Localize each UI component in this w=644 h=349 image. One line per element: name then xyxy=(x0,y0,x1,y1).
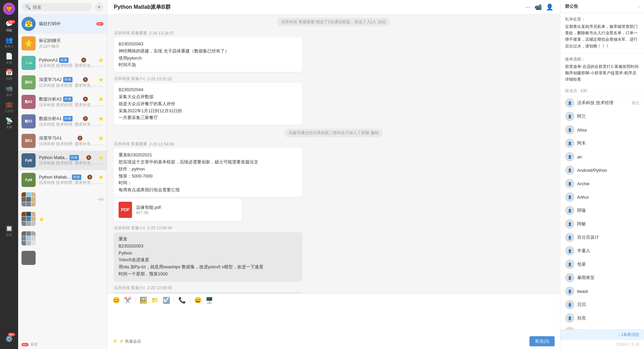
search-box[interactable]: 🔍 xyxy=(22,3,92,11)
quick-meeting-button[interactable]: ⚡ ⚡ 快速会议 xyxy=(113,339,141,344)
member-name-7: Arthur xyxy=(577,195,589,200)
member-item-0[interactable]: 👤 活禾科技 技术经理 群主 xyxy=(560,96,644,110)
chat-preview-python-matlab-b2: 活禾科技 技术经理: 需求补充…… 删削 xyxy=(39,180,103,186)
member-item-4[interactable]: 👤 an xyxy=(560,150,644,163)
member-count-section: 群成员 · 830 xyxy=(560,86,644,96)
nav-calendar[interactable]: 📅 日程 xyxy=(2,67,16,82)
bottom-badge-area: 99+ 新群 xyxy=(18,340,107,349)
member-item-11[interactable]: 👤 半薯人 xyxy=(560,244,644,258)
meeting-icon: 📹 xyxy=(5,85,13,92)
new-msg-text: ↓ 1条新消息 xyxy=(618,332,639,338)
msg-sender-1: 活禾科技 客服蜜蜜 2-20 13:28:57 xyxy=(114,30,553,36)
list-item-crazy-coding[interactable]: 😤 疯狂打码中 99+ xyxy=(18,14,107,34)
member-item-16[interactable]: 👤 别克 xyxy=(560,311,644,325)
member-count: 群成员 · 830 xyxy=(565,88,587,93)
tag-outer-data-a1: 外单 xyxy=(63,116,73,121)
new-message-bar[interactable]: ↓ 1条新消息 xyxy=(560,329,644,340)
member-name-13: 暴雨将至 xyxy=(577,275,595,281)
msg-time-5: 2-20 13:56:58 xyxy=(147,285,172,290)
private-handling-label: 私单处置： xyxy=(565,16,639,22)
list-item-python-a1[interactable]: 🐍A1 PythonA1 外单 🔕 ⭐ 活禾科技 技术经理: 需求补充…… 删削 xyxy=(18,53,107,73)
member-item-2[interactable]: 👤 Alisa xyxy=(560,123,644,137)
nav-contacts[interactable]: 👥 联系人 xyxy=(2,35,16,50)
list-item-deep-a1[interactable]: 深A1 深度学习A1 🔕 ⭐ 活禾科技 技术经理: 需求补充…… 删削 xyxy=(18,131,107,151)
member-item-15[interactable]: 👤 贝贝 xyxy=(560,298,644,311)
member-avatar-icon-10: 👤 xyxy=(568,236,572,239)
chat-input[interactable] xyxy=(113,309,555,325)
profile-icon[interactable]: 👤 xyxy=(546,3,553,11)
member-item-5[interactable]: 👤 Android/Python xyxy=(560,163,644,177)
list-item-palette3[interactable] xyxy=(18,229,107,248)
image-button[interactable]: 🖼️ xyxy=(140,297,147,304)
member-avatar-11: 👤 xyxy=(565,246,574,256)
member-item-10[interactable]: 👤 百分百设计 xyxy=(560,231,644,244)
member-item-7[interactable]: 👤 Arthur xyxy=(560,190,644,204)
list-item-starred[interactable]: ⭐ 标记的聊天 共10个聊天 xyxy=(18,34,107,53)
file-button[interactable]: 📁 xyxy=(151,297,159,304)
msg-time-3: 2-20 13:54:08 xyxy=(149,142,174,147)
quick-meeting-label: ⚡ 快速会议 xyxy=(119,339,141,344)
member-item-6[interactable]: 👤 Archie xyxy=(560,177,644,190)
list-item-python-matlab-b2[interactable]: PyM Python Matlab... 外单 🔕 ⭐ 活禾科技 技术经理: 需… xyxy=(18,170,107,190)
member-item-3[interactable]: 👤 阿木 xyxy=(560,137,644,150)
msg-sender-4: 活禾科技 客服小c 2-20 13:56:44 xyxy=(114,225,553,231)
file-info: 边缘智能.pdf 867.0K xyxy=(136,204,237,215)
list-item-palette1[interactable]: ~54 xyxy=(18,190,107,209)
nav-docs[interactable]: 📄 文档 xyxy=(2,51,16,66)
list-item-data-a2[interactable]: 数A2 数据分析A2 外单 🔕 ⭐ 活禾科技 技术经理: 需求补充…… 删削 xyxy=(18,92,107,112)
screen-button[interactable]: 🖥️ xyxy=(206,297,213,304)
user-avatar[interactable]: 🦁 xyxy=(3,3,15,15)
bottom-badge: 99+ xyxy=(22,343,29,346)
member-item-9[interactable]: 👤 阿敏 xyxy=(560,217,644,231)
add-chat-button[interactable]: + xyxy=(95,3,103,11)
system-message-1: 活禾科技 客服蜜蜜 赠送了5次通话权益，发送了入2人 由此 xyxy=(277,18,390,26)
emoji-button[interactable]: 😊 xyxy=(113,297,120,304)
emoji2-button[interactable]: 😄 xyxy=(194,297,202,304)
docs-icon: 📄 xyxy=(5,52,13,60)
right-panel-chevron[interactable]: › xyxy=(638,4,639,9)
nav-settings[interactable]: ⚙️ 99+ xyxy=(2,332,16,346)
member-item-1[interactable]: 👤 阿兰 xyxy=(560,110,644,123)
member-name-9: 阿敏 xyxy=(577,221,586,227)
member-item-12[interactable]: 👤 包菜 xyxy=(560,258,644,271)
nav-work[interactable]: 💼 工作台 xyxy=(2,100,16,114)
tag-outer-pymatlab2: 外单 xyxy=(72,174,81,180)
member-avatar-icon-12: 👤 xyxy=(568,263,572,266)
nav-stream[interactable]: 📡 直播 xyxy=(2,116,16,130)
msg-file-1[interactable]: PDF 边缘智能.pdf 867.0K xyxy=(114,198,242,221)
member-avatar-icon-4: 👤 xyxy=(568,155,572,159)
list-item-data-a1[interactable]: 数A1 数据分析A1 外单 🔕 ⭐ 活禾科技 技术经理: 需求补充…… 删削 xyxy=(18,112,107,131)
check-button[interactable]: ☑️ xyxy=(163,297,170,304)
chat-name-starred: 标记的聊天 xyxy=(39,38,61,44)
mute-icon-data-a2: 🔕 xyxy=(83,96,88,102)
member-item-14[interactable]: 👤 beast xyxy=(560,284,644,298)
list-item-single-color[interactable] xyxy=(18,248,107,268)
member-avatar-icon-16: 👤 xyxy=(568,316,572,320)
member-list: 👤 活禾科技 技术经理 群主 👤 阿兰 👤 Alisa 👤 阿木 👤 an 👤 … xyxy=(560,96,644,329)
member-avatar-0: 👤 xyxy=(565,98,574,108)
more-icon[interactable]: ··· xyxy=(525,4,530,11)
list-item-deep-a2[interactable]: 深A2 深度学习A2 外单 🔕 ⭐ 活禾科技 技术经理: 需求补充…… 删削 xyxy=(18,73,107,92)
nav-messages[interactable]: 💬 消息 99+ xyxy=(2,19,16,34)
member-item-17[interactable]: 👤 坳跌跑 xyxy=(560,325,644,329)
chat-toolbar: 😊 ✂️ 🖼️ 📁 ☑️ 📞 😄 🖥️ xyxy=(107,294,560,307)
member-avatar-icon-1: 👤 xyxy=(568,115,572,118)
list-item-python-matlab-b[interactable]: PyM Python Matla... 外单 🔕 ⭐ 活禾科技 技术经理: 需求… xyxy=(18,151,107,170)
sender-name-4: 活禾科技 客服小c xyxy=(114,225,145,231)
chat-preview-data-a1: 活禾科技 技术经理: 需求补充…… 删削 xyxy=(39,122,103,127)
send-button[interactable]: 发送(S) xyxy=(529,336,555,346)
video-call-icon[interactable]: 📹 xyxy=(534,3,542,11)
chat-name-data-a2: 数据分析A2 外单 xyxy=(39,96,73,102)
pdf-icon: PDF xyxy=(119,202,132,218)
search-input[interactable] xyxy=(33,5,89,10)
nav-meeting[interactable]: 📹 会议 xyxy=(2,83,16,98)
message-group-3: 活禾科技 客服蜜蜜 2-20 13:54:08 重发B230202021 想实现… xyxy=(114,141,553,221)
cut-button[interactable]: ✂️ xyxy=(124,297,131,304)
nav-apps[interactable]: 🔲 应用 xyxy=(2,224,16,238)
messages-area[interactable]: 活禾科技 客服蜜蜜 赠送了5次通话权益，发送了入2人 由此 活禾科技 客服蜜蜜 … xyxy=(107,14,560,294)
phone-button[interactable]: 📞 xyxy=(178,297,186,304)
chat-list-panel: 🔍 + 😤 疯狂打码中 99+ ⭐ 标记的聊天 共10个聊天 🐍A1 xyxy=(18,0,107,349)
member-item-13[interactable]: 👤 暴雨将至 xyxy=(560,271,644,284)
list-item-palette2[interactable]: ⭐ xyxy=(18,209,107,229)
member-item-8[interactable]: 👤 阿璇 xyxy=(560,204,644,217)
